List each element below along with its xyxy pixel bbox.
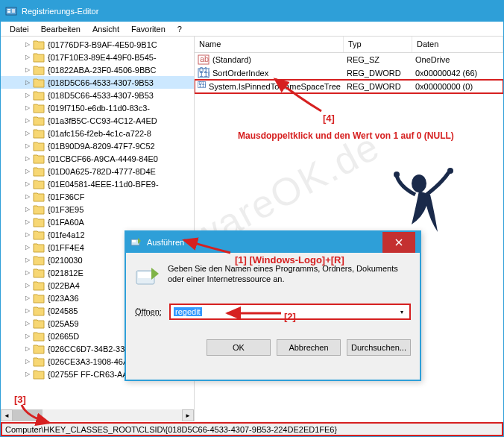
expand-icon[interactable]: ▷ [23,357,31,365]
expand-icon[interactable]: ▷ [23,306,31,315]
value-name: SortOrderIndex [212,69,268,78]
dword-value-icon: 011110 [198,67,210,79]
expand-icon[interactable]: ▷ [23,345,31,353]
tree-item[interactable]: ▷{01FA60A [1,216,194,228]
tree-item-label: {01F3E95 [48,205,84,214]
folder-icon [33,318,45,329]
run-title-text: Ausführen [147,238,184,247]
svg-text:110: 110 [198,82,206,89]
tree-item[interactable]: ▷{01776DF3-B9AF-4E50-9B1C [1,38,194,51]
folder-icon [33,40,45,50]
scroll-right-button[interactable]: ► [182,409,194,421]
folder-icon [33,280,45,291]
list-row[interactable]: 011110System.IsPinnedToNameSpaceTreeREG_… [195,80,503,93]
tree-item[interactable]: ▷{01D0A625-782D-4777-8D4E [1,165,194,177]
run-open-value: regedit [174,307,202,316]
window-title: Registrierungs-Editor [22,7,98,16]
svg-rect-2 [7,11,10,13]
expand-icon[interactable]: ▷ [23,332,31,340]
tree-item-label: {017F10E3-89E4-49F0-B545- [48,53,157,62]
svg-text:110: 110 [199,69,210,78]
expand-icon[interactable]: ▷ [23,319,31,327]
expand-icon[interactable]: ▷ [23,370,31,378]
svg-point-16 [412,175,426,192]
expand-icon[interactable]: ▷ [23,91,31,99]
expand-icon[interactable]: ▷ [23,53,31,61]
col-data[interactable]: Daten [412,37,503,52]
folder-icon [33,52,45,63]
expand-icon[interactable]: ▷ [23,192,31,201]
tree-item[interactable]: ▷{01F36CF [1,190,194,203]
run-description: Geben Sie den Namen eines Programms, Ord… [168,263,411,290]
list-row[interactable]: 011110SortOrderIndexREG_DWORD0x00000042 … [195,66,503,80]
expand-icon[interactable]: ▷ [23,129,31,137]
folder-icon [33,90,45,101]
expand-icon[interactable]: ▷ [23,66,31,74]
tree-item[interactable]: ▷{01E04581-4EEE-11d0-BFE9- [1,177,194,190]
col-name[interactable]: Name [195,37,344,52]
expand-icon[interactable]: ▷ [23,230,31,239]
expand-icon[interactable]: ▷ [23,116,31,125]
folder-icon [33,217,45,227]
tree-item[interactable]: ▷{017F10E3-89E4-49F0-B545- [1,51,194,63]
scroll-thumb[interactable] [13,409,42,421]
expand-icon[interactable]: ▷ [23,205,31,213]
col-type[interactable]: Typ [344,37,412,52]
svg-rect-15 [138,272,153,278]
expand-icon[interactable]: ▷ [23,268,31,277]
tree-item[interactable]: ▷{018D5C66-4533-4307-9B53 [1,76,194,89]
menu-view[interactable]: Ansicht [86,23,125,35]
folder-icon [33,154,45,164]
tree-item[interactable]: ▷{01822ABA-23F0-4506-9BBC [1,63,194,76]
run-big-icon [135,265,160,290]
expand-icon[interactable]: ▷ [23,104,31,112]
expand-icon[interactable]: ▷ [23,167,31,175]
run-ok-button[interactable]: OK [207,339,271,356]
expand-icon[interactable]: ▷ [23,180,31,188]
tree-item-label: {01B90D9A-8209-47F7-9C52 [48,142,155,151]
expand-icon[interactable]: ▷ [23,40,31,48]
run-browse-button[interactable]: Durchsuchen... [347,339,411,356]
run-icon [130,236,142,248]
folder-icon [33,166,45,177]
svg-point-18 [447,168,453,174]
tree-item-label: {01D0A625-782D-4777-8D4E [48,167,156,176]
folder-icon [33,65,45,75]
list-row[interactable]: ab(Standard)REG_SZOneDrive [195,53,503,66]
run-titlebar: Ausführen [126,232,420,253]
tree-item-label: {01FF4E4 [48,243,84,252]
tree-item-label: {01fe4a12 [48,230,85,239]
folder-icon [33,369,45,380]
run-cancel-button[interactable]: Abbrechen [277,339,341,356]
tree-horizontal-scrollbar[interactable]: ◄ ► [1,409,194,421]
svg-text:ab: ab [200,54,209,63]
expand-icon[interactable]: ▷ [23,256,31,264]
menu-favorites[interactable]: Favoriten [125,23,171,35]
run-open-combobox[interactable]: regedit ▾ [169,304,411,320]
tree-item[interactable]: ▷{01a3fB5C-CC93-4C12-A4ED [1,114,194,127]
expand-icon[interactable]: ▷ [23,218,31,226]
value-data: OneDrive [412,55,503,64]
tree-item-label: {01F36CF [48,192,85,201]
menu-edit[interactable]: Bearbeiten [35,23,86,35]
menu-file[interactable]: Datei [4,23,35,35]
expand-icon[interactable]: ▷ [23,154,31,163]
tree-item[interactable]: ▷{019f7150-e6db-11d0-83c3- [1,101,194,114]
expand-icon[interactable]: ▷ [23,78,31,87]
tree-item[interactable]: ▷{01B90D9A-8209-47F7-9C52 [1,139,194,152]
tree-item[interactable]: ▷{018D5C66-4533-4307-9B53 [1,89,194,101]
scroll-left-button[interactable]: ◄ [1,409,13,421]
expand-icon[interactable]: ▷ [23,243,31,251]
svg-rect-3 [12,9,15,13]
expand-icon[interactable]: ▷ [23,142,31,150]
expand-icon[interactable]: ▷ [23,281,31,289]
tree-item[interactable]: ▷{01F3E95 [1,203,194,216]
tree-item[interactable]: ▷{01afc156-f2eb-4c1c-a722-8 [1,127,194,139]
menu-help[interactable]: ? [171,23,188,35]
run-close-button[interactable] [382,232,415,253]
tree-item[interactable]: ▷{01CBCF66-A9CA-4449-84E0 [1,152,194,165]
folder-icon [33,141,45,151]
tree-item-label: {01CBCF66-A9CA-4449-84E0 [48,154,158,163]
chevron-down-icon[interactable]: ▾ [396,306,408,317]
expand-icon[interactable]: ▷ [23,294,31,302]
